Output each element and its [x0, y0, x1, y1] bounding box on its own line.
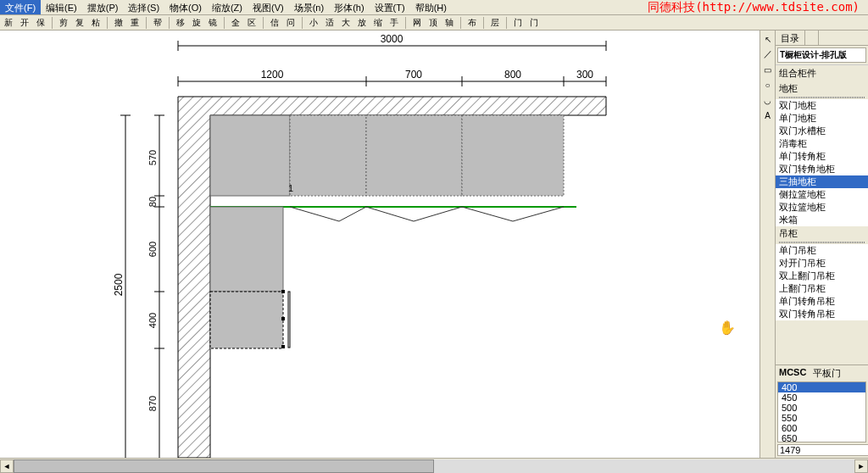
scroll-track[interactable] [14, 459, 854, 473]
tree-item[interactable]: 消毒柜 [776, 137, 868, 150]
toolbar-button[interactable]: 小 [307, 16, 320, 30]
menu-item[interactable]: 编辑(E) [41, 0, 82, 14]
tab-catalog[interactable]: 目录 [776, 31, 805, 45]
menu-item[interactable]: 选择(S) [123, 0, 164, 14]
toolbar-separator [506, 17, 507, 29]
menu-item[interactable]: 帮助(H) [410, 0, 452, 14]
toolbar-button[interactable]: 帮 [151, 16, 164, 30]
cabinet[interactable] [210, 207, 283, 292]
menu-item[interactable]: 物体(O) [164, 0, 207, 14]
toolbar-button[interactable]: 开 [18, 16, 31, 30]
tree-item[interactable]: 单门转角柜 [776, 150, 868, 163]
size-item[interactable]: 450 [778, 392, 865, 403]
toolbar-button[interactable]: 镜 [206, 16, 220, 30]
toolbar-button[interactable]: 区 [245, 16, 259, 30]
toolbar-button[interactable]: 剪 [57, 16, 70, 30]
tree-item[interactable]: 三抽地柜 [776, 175, 868, 188]
tree-item[interactable]: 单门吊柜 [776, 244, 868, 257]
toolbar-button[interactable]: 门 [511, 16, 525, 30]
cabinet[interactable] [462, 115, 564, 196]
toolbar-button[interactable]: 旋 [190, 16, 203, 30]
tree-item[interactable]: 双门转角地柜 [776, 163, 868, 175]
size-item[interactable]: 600 [778, 423, 865, 433]
toolbar-button[interactable]: 轴 [442, 16, 456, 30]
tool-text-icon[interactable]: A [761, 109, 775, 122]
scroll-left-button[interactable]: ◄ [0, 459, 14, 473]
toolbar-button[interactable]: 移 [174, 16, 187, 30]
toolbar-separator [107, 17, 108, 29]
cabinet[interactable] [290, 115, 366, 196]
toolbar-button[interactable]: 放 [355, 16, 369, 30]
tree-item[interactable]: 米箱 [776, 214, 868, 226]
menu-item[interactable]: 视图(V) [248, 0, 289, 14]
tree-item[interactable]: 单门地柜 [776, 112, 868, 125]
toolbar-button[interactable]: 信 [268, 16, 281, 30]
toolbar-button[interactable]: 顶 [426, 16, 440, 30]
tool-circle-icon[interactable]: ○ [761, 78, 775, 92]
toolbar-button[interactable]: 布 [465, 16, 479, 30]
tree-group-label[interactable]: 地柜 [776, 81, 868, 96]
svg-text:300: 300 [576, 69, 593, 81]
size-list[interactable]: 400450500550600650 [777, 381, 866, 442]
cabinet[interactable] [366, 115, 462, 196]
toolbar-separator [302, 17, 303, 29]
tree-item[interactable]: 双上翻门吊柜 [776, 270, 868, 282]
bottom-value-input[interactable] [777, 444, 868, 456]
tree-list: 双门地柜单门地柜双门水槽柜消毒柜单门转角柜双门转角地柜三抽地柜侧拉篮地柜双拉篮地… [776, 99, 868, 226]
dim-top-total: 3000 [178, 33, 606, 51]
divider [779, 97, 865, 98]
toolbar-separator [224, 17, 225, 29]
cabinet-selected[interactable] [210, 292, 283, 348]
tree-item[interactable]: 双门水槽柜 [776, 125, 868, 137]
svg-text:2500: 2500 [113, 273, 125, 296]
toolbar-button[interactable]: 粘 [89, 16, 103, 30]
tree-item[interactable]: 双门地柜 [776, 99, 868, 112]
toolbar-button[interactable]: 新 [2, 16, 15, 30]
menu-item[interactable]: 缩放(Z) [207, 0, 248, 14]
toolbar-button[interactable]: 网 [410, 16, 424, 30]
tool-arrow-icon[interactable]: ↖ [761, 32, 775, 46]
toolbar-button[interactable]: 撤 [112, 16, 125, 30]
toolbar: 新开保剪复粘撤重帮移旋镜全区信问小适大放缩手网顶轴布层门门 [0, 15, 868, 31]
section-head[interactable]: 组合柜件 [776, 64, 868, 81]
tree-group-label[interactable]: 吊柜 [776, 226, 868, 241]
toolbar-button[interactable]: 复 [73, 16, 86, 30]
tool-line-icon[interactable]: ／ [761, 47, 775, 61]
toolbar-separator [405, 17, 406, 29]
toolbar-button[interactable]: 大 [339, 16, 353, 30]
menu-item[interactable]: 摆放(P) [82, 0, 124, 14]
size-item[interactable]: 550 [778, 413, 865, 423]
tree-item[interactable]: 对开门吊柜 [776, 257, 868, 270]
tree-item[interactable]: 双门转角吊柜 [776, 308, 868, 320]
toolbar-button[interactable]: 问 [284, 16, 298, 30]
tool-arc-icon[interactable]: ◡ [761, 93, 775, 107]
h-scrollbar[interactable]: ◄ ► [0, 458, 868, 473]
menu-item[interactable]: 文件(F) [0, 0, 41, 14]
tree-item[interactable]: 侧拉篮地柜 [776, 188, 868, 201]
scroll-thumb[interactable] [14, 459, 434, 473]
menu-item[interactable]: 形体(h) [329, 0, 369, 14]
menu-item[interactable]: 设置(T) [370, 0, 410, 14]
scroll-right-button[interactable]: ► [854, 459, 868, 473]
toolbar-button[interactable]: 重 [128, 16, 142, 30]
toolbar-button[interactable]: 手 [387, 16, 401, 30]
size-item[interactable]: 650 [778, 433, 865, 442]
tree-item[interactable]: 上翻门吊柜 [776, 282, 868, 295]
tab-blank[interactable] [805, 31, 819, 45]
size-item[interactable]: 500 [778, 403, 865, 413]
mcsc-tab[interactable]: 平板门 [813, 367, 841, 380]
toolbar-button[interactable]: 缩 [371, 16, 385, 30]
tool-rect-icon[interactable]: ▭ [761, 63, 775, 76]
cabinet[interactable] [210, 115, 290, 196]
size-item[interactable]: 400 [778, 382, 865, 392]
toolbar-button[interactable]: 保 [34, 16, 47, 30]
toolbar-button[interactable]: 层 [488, 16, 502, 30]
menu-item[interactable]: 场景(n) [289, 0, 329, 14]
drawing-canvas[interactable]: 3000 1200 700 800 300 2500 [0, 31, 760, 458]
canvas-svg: 3000 1200 700 800 300 2500 [0, 31, 760, 458]
tree-item[interactable]: 双拉篮地柜 [776, 201, 868, 214]
tree-item[interactable]: 单门转角吊柜 [776, 295, 868, 308]
toolbar-button[interactable]: 门 [527, 16, 541, 30]
toolbar-button[interactable]: 适 [323, 16, 337, 30]
toolbar-button[interactable]: 全 [229, 16, 242, 30]
